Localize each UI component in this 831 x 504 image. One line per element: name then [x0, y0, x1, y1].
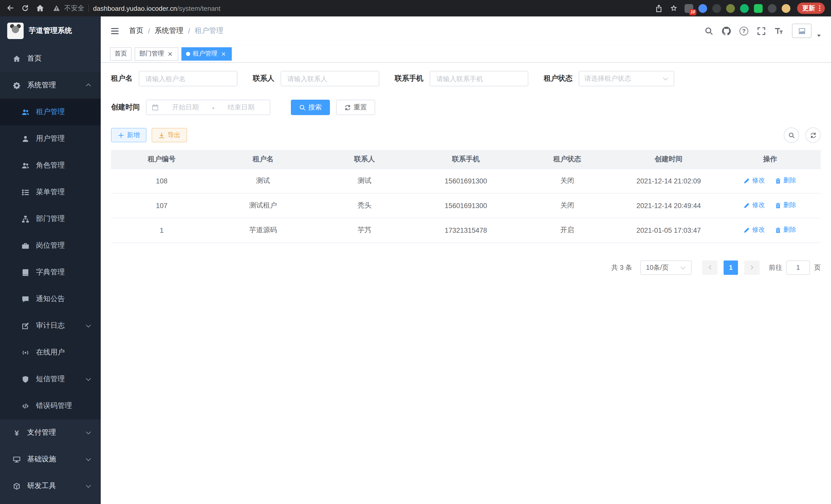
reset-button[interactable]: 重置 — [336, 100, 375, 115]
sidebar-item-dev-tools[interactable]: 研发工具 — [0, 473, 101, 499]
tab-tenant-management[interactable]: 租户管理 — [181, 47, 232, 60]
search-button[interactable]: 搜索 — [291, 100, 330, 115]
sidebar-item-dict-management[interactable]: 字典管理 — [0, 259, 101, 286]
export-button[interactable]: 导出 — [152, 128, 187, 142]
tab-home[interactable]: 首页 — [110, 47, 132, 60]
filter-row-2: 创建时间 开始日期 - 结束日期 搜索 重置 — [111, 100, 821, 115]
toggle-search-button[interactable] — [784, 127, 799, 143]
back-icon[interactable] — [6, 4, 15, 12]
breadcrumb-item[interactable]: 系统管理 — [155, 26, 183, 35]
sidebar-item-infrastructure[interactable]: 基础设施 — [0, 446, 101, 473]
browser-home-icon[interactable] — [36, 4, 44, 12]
sidebar-item-home[interactable]: 首页 — [0, 45, 101, 72]
edit-button[interactable]: 修改 — [744, 201, 765, 210]
sidebar-item-payment-management[interactable]: ¥ 支付管理 — [0, 419, 101, 446]
extension-icon-6[interactable] — [754, 4, 763, 12]
refresh-icon — [810, 132, 816, 139]
breadcrumb-item[interactable]: 首页 — [129, 26, 143, 35]
delete-button[interactable]: 删除 — [775, 176, 796, 185]
contact-field: 联系人 — [253, 71, 379, 86]
tenant-users-icon — [21, 108, 30, 116]
extension-icon-3[interactable] — [712, 4, 721, 12]
extension-icon-1[interactable]: 10 — [685, 4, 693, 12]
kebab-menu-icon — [816, 5, 823, 12]
infrastructure-icon — [12, 455, 21, 463]
sidebar-item-error-code-management[interactable]: 错误码管理 — [0, 392, 101, 419]
delete-button[interactable]: 删除 — [775, 201, 796, 210]
add-button[interactable]: 新增 — [111, 128, 146, 142]
cell-contact: 秃头 — [314, 193, 415, 218]
tab-dept-management[interactable]: 部门管理 — [135, 47, 178, 60]
extensions-row: 10 — [685, 4, 791, 12]
fullscreen-icon[interactable] — [757, 26, 766, 35]
address-bar[interactable]: 不安全 dashboard.yudao.iocoder.cn/system/te… — [53, 4, 646, 13]
cell-created: 2021-01-05 17:03:47 — [618, 218, 719, 242]
sidebar-toggle-icon[interactable] — [110, 26, 120, 36]
sidebar-item-label: 字典管理 — [36, 268, 65, 277]
reload-icon[interactable] — [21, 4, 29, 12]
update-button[interactable]: 更新 — [797, 3, 825, 14]
edit-button[interactable]: 修改 — [744, 226, 765, 235]
close-icon[interactable] — [220, 50, 227, 57]
puzzle-extensions-icon[interactable] — [768, 4, 776, 12]
tenant-table: 租户编号 租户名 联系人 联系手机 租户状态 创建时间 操作 108 测试 — [111, 150, 821, 243]
app: 芋道管理系统 首页 系统管理 租户管理 — [0, 17, 831, 504]
tenant-status-select[interactable]: 请选择租户状态 — [579, 71, 674, 86]
status-label: 租户状态 — [544, 74, 573, 83]
phone-field: 联系手机 — [395, 71, 528, 86]
extension-icon-4[interactable] — [726, 4, 735, 12]
font-size-icon[interactable] — [774, 26, 783, 35]
extension-icon-2[interactable] — [698, 4, 707, 12]
cell-contact: 测试 — [314, 169, 415, 193]
refresh-table-button[interactable] — [805, 127, 821, 143]
delete-label: 删除 — [783, 226, 796, 235]
sidebar-item-post-management[interactable]: 岗位管理 — [0, 232, 101, 259]
chevron-down-icon — [85, 323, 91, 329]
delete-button[interactable]: 删除 — [775, 226, 796, 235]
online-users-icon — [21, 349, 30, 356]
edit-button[interactable]: 修改 — [744, 176, 765, 185]
sidebar-item-system-management[interactable]: 系统管理 — [0, 72, 101, 99]
sidebar: 芋道管理系统 首页 系统管理 租户管理 — [0, 17, 101, 504]
date-range-picker[interactable]: 开始日期 - 结束日期 — [146, 100, 270, 115]
chevron-down-icon[interactable] — [816, 33, 822, 38]
phone-input[interactable] — [430, 71, 528, 86]
avatar[interactable] — [792, 24, 811, 38]
contact-label: 联系人 — [253, 74, 275, 83]
extension-icon-5[interactable] — [740, 4, 749, 12]
chevron-down-icon — [662, 76, 668, 82]
sidebar-item-label: 用户管理 — [36, 134, 65, 143]
sidebar-item-menu-management[interactable]: 菜单管理 — [0, 179, 101, 206]
sidebar-item-sms-management[interactable]: 短信管理 — [0, 366, 101, 392]
sidebar-item-online-users[interactable]: 在线用户 — [0, 339, 101, 366]
close-icon[interactable] — [167, 50, 174, 57]
sidebar-item-dept-management[interactable]: 部门管理 — [0, 206, 101, 232]
help-icon[interactable]: ? — [740, 26, 748, 35]
edit-label: 修改 — [752, 201, 765, 210]
sidebar-item-role-management[interactable]: 角色管理 — [0, 152, 101, 179]
delete-label: 删除 — [783, 176, 796, 185]
next-page-button[interactable] — [744, 260, 760, 275]
sidebar-item-tenant-management[interactable]: 租户管理 — [0, 99, 101, 125]
tenant-name-input[interactable] — [139, 71, 237, 86]
sidebar-item-label: 角色管理 — [36, 161, 65, 170]
total-count: 共 3 条 — [611, 263, 632, 272]
bookmark-star-icon[interactable] — [670, 4, 678, 12]
sidebar-item-user-management[interactable]: 用户管理 — [0, 125, 101, 152]
prev-page-button[interactable] — [702, 260, 717, 275]
page-size-select[interactable]: 10条/页 — [640, 260, 692, 275]
url-text: dashboard.yudao.iocoder.cn/system/tenant — [93, 4, 221, 12]
sidebar-item-announcement[interactable]: 通知公告 — [0, 286, 101, 313]
pagination: 共 3 条 10条/页 1 前往 页 — [111, 260, 821, 275]
create-time-label: 创建时间 — [111, 103, 140, 112]
github-icon[interactable] — [722, 26, 731, 35]
search-icon[interactable] — [705, 26, 713, 35]
logo[interactable]: 芋道管理系统 — [0, 17, 101, 45]
share-icon[interactable] — [655, 4, 663, 12]
sidebar-item-audit-log[interactable]: 审计日志 — [0, 313, 101, 339]
contact-input[interactable] — [281, 71, 379, 86]
chevron-right-icon — [748, 264, 755, 271]
profile-avatar[interactable] — [782, 4, 791, 12]
goto-page-input[interactable] — [786, 260, 810, 275]
page-number-button[interactable]: 1 — [724, 260, 738, 275]
